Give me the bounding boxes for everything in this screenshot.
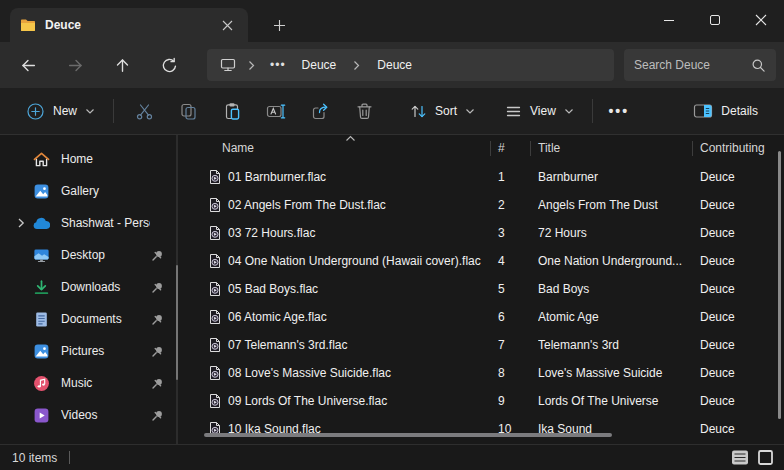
column-divider[interactable]	[530, 141, 531, 156]
maximize-button[interactable]	[692, 0, 738, 40]
table-row[interactable]: 09 Lords Of The Universe.flac 9 Lords Of…	[190, 387, 784, 415]
paste-button[interactable]	[210, 93, 254, 129]
track-number: 5	[498, 275, 505, 303]
file-name: 01 Barnburner.flac	[228, 163, 483, 191]
media-file-icon	[207, 169, 223, 185]
track-title: Ika Sound	[538, 415, 693, 443]
sidebar-item[interactable]: Desktop	[2, 239, 188, 271]
file-name: 05 Bad Boys.flac	[228, 275, 483, 303]
sort-icon	[410, 103, 427, 120]
media-file-icon	[207, 197, 223, 213]
file-name: 07 Telemann's 3rd.flac	[228, 331, 483, 359]
details-pane-button[interactable]: Details	[683, 93, 768, 129]
view-button[interactable]: View	[495, 93, 584, 129]
track-title: Bad Boys	[538, 275, 693, 303]
new-tab-button[interactable]	[264, 11, 294, 39]
details-view-toggle[interactable]	[729, 448, 751, 468]
videos-icon	[32, 406, 50, 424]
plus-circle-icon	[26, 102, 45, 121]
breadcrumb-chevron-icon[interactable]	[243, 60, 260, 71]
sidebar-item[interactable]: Downloads	[2, 271, 188, 303]
share-button[interactable]	[298, 93, 342, 129]
column-divider[interactable]	[490, 141, 491, 156]
ellipsis-icon: •••	[608, 103, 629, 119]
forward-button[interactable]	[55, 47, 95, 83]
sidebar-item[interactable]: Gallery	[2, 175, 188, 207]
breadcrumb-chevron-icon[interactable]	[348, 60, 365, 71]
new-button[interactable]: New	[16, 93, 105, 129]
sidebar-item[interactable]: Documents	[2, 303, 188, 335]
pin-icon	[150, 249, 164, 262]
contributing-artist: Deuce	[700, 275, 735, 303]
more-options-button[interactable]: •••	[601, 93, 637, 129]
table-row[interactable]: 08 Love's Massive Suicide.flac 8 Love's …	[190, 359, 784, 387]
breadcrumb-segment[interactable]: Deuce	[296, 56, 343, 74]
search-input[interactable]	[634, 58, 751, 72]
rename-button[interactable]	[254, 93, 298, 129]
pictures-icon	[32, 342, 50, 360]
column-divider[interactable]	[692, 141, 693, 156]
search-box[interactable]	[624, 49, 776, 81]
cut-button[interactable]	[122, 93, 166, 129]
column-header-title[interactable]: Title	[538, 141, 560, 155]
details-pane-icon	[693, 102, 713, 120]
large-icons-view-toggle[interactable]	[754, 448, 776, 468]
media-file-icon	[207, 393, 223, 409]
table-row[interactable]: 06 Atomic Age.flac 6 Atomic Age Deuce	[190, 303, 784, 331]
sidebar-item[interactable]: Shashwat - Personal	[2, 207, 188, 239]
chevron-down-icon	[564, 108, 574, 115]
breadcrumb-overflow[interactable]: •••	[266, 58, 290, 72]
file-rows: 01 Barnburner.flac 1 Barnburner Deuce 02…	[190, 163, 784, 444]
file-name: 06 Atomic Age.flac	[228, 303, 483, 331]
sidebar-scrollbar-thumb[interactable]	[176, 265, 178, 380]
details-label: Details	[721, 104, 758, 118]
column-header-name[interactable]: Name	[222, 141, 254, 155]
minimize-button[interactable]	[646, 0, 692, 40]
toolbar-divider	[592, 99, 593, 123]
horizontal-scrollbar-thumb[interactable]	[204, 433, 612, 437]
media-file-icon	[207, 337, 223, 353]
column-header-number[interactable]: #	[498, 141, 505, 155]
vertical-scrollbar-thumb[interactable]	[778, 151, 781, 419]
sidebar-item-label: Desktop	[61, 248, 150, 262]
refresh-button[interactable]	[149, 47, 189, 83]
table-row[interactable]: 10 Ika Sound.flac 10 Ika Sound Deuce	[190, 415, 784, 443]
sort-button[interactable]: Sort	[400, 93, 485, 129]
media-file-icon	[207, 309, 223, 325]
sidebar-item[interactable]: Videos	[2, 399, 188, 431]
status-divider	[69, 451, 70, 464]
column-header-contributing[interactable]: Contributing	[700, 141, 765, 155]
table-row[interactable]: 03 72 Hours.flac 3 72 Hours Deuce	[190, 219, 784, 247]
title-bar: Deuce	[0, 0, 784, 42]
delete-button[interactable]	[342, 93, 386, 129]
table-row[interactable]: 04 One Nation Underground (Hawaii cover)…	[190, 247, 784, 275]
close-button[interactable]	[738, 0, 784, 40]
track-title: Barnburner	[538, 163, 693, 191]
sidebar-item-label: Downloads	[61, 280, 150, 294]
explorer-tab[interactable]: Deuce	[10, 8, 248, 42]
sidebar-item[interactable]: Pictures	[2, 335, 188, 367]
chevron-right-icon[interactable]	[10, 217, 32, 229]
table-row[interactable]: 05 Bad Boys.flac 5 Bad Boys Deuce	[190, 275, 784, 303]
file-list: Name # Title Contributing 01 Barnburner.…	[190, 135, 784, 444]
table-row[interactable]: 07 Telemann's 3rd.flac 7 Telemann's 3rd …	[190, 331, 784, 359]
media-file-icon	[207, 281, 223, 297]
back-button[interactable]	[8, 47, 48, 83]
pin-icon	[150, 313, 164, 326]
copy-button[interactable]	[166, 93, 210, 129]
this-pc-icon[interactable]	[219, 56, 237, 74]
file-name: 08 Love's Massive Suicide.flac	[228, 359, 483, 387]
search-icon[interactable]	[751, 58, 766, 73]
table-row[interactable]: 01 Barnburner.flac 1 Barnburner Deuce	[190, 163, 784, 191]
chevron-down-icon	[85, 108, 95, 115]
contributing-artist: Deuce	[700, 191, 735, 219]
breadcrumb-segment[interactable]: Deuce	[371, 56, 418, 74]
file-name: 02 Angels From The Dust.flac	[228, 191, 483, 219]
tab-close-icon[interactable]	[216, 14, 238, 36]
contributing-artist: Deuce	[700, 247, 735, 275]
table-row[interactable]: 02 Angels From The Dust.flac 2 Angels Fr…	[190, 191, 784, 219]
track-title: Angels From The Dust	[538, 191, 693, 219]
up-button[interactable]	[102, 47, 142, 83]
sidebar-item[interactable]: Home	[2, 143, 188, 175]
sidebar-item[interactable]: Music	[2, 367, 188, 399]
